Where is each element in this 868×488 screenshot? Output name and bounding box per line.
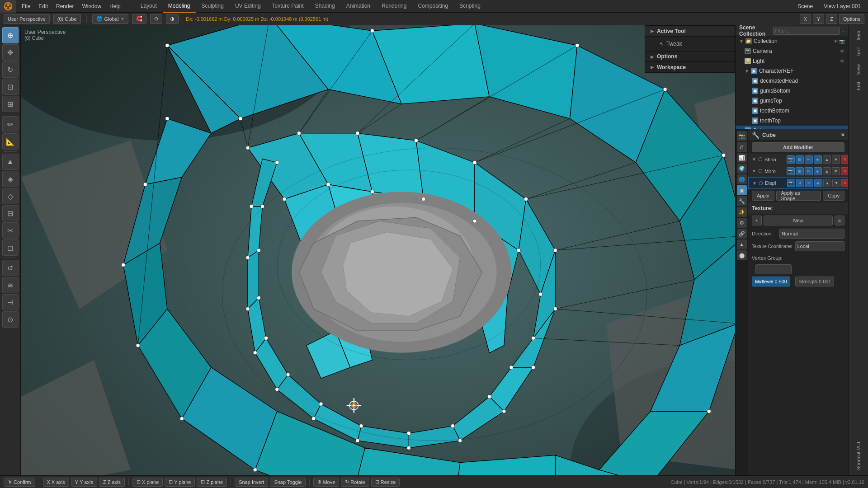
mod-camera-icon-2[interactable]: 📷 (787, 167, 795, 175)
mod-edit-icon-3[interactable]: ✏ (805, 179, 813, 187)
texture-new-btn[interactable]: New (764, 216, 833, 225)
n-panel-active-tool-tab[interactable]: ▶ Active Tool (645, 26, 735, 37)
texture-browse-btn[interactable]: + (752, 216, 762, 225)
tab-shading[interactable]: Shading (310, 0, 340, 13)
edge-slide-tool-btn[interactable]: ⊣ (2, 294, 19, 310)
outliner-item-teethtop[interactable]: ▣ teethTop (736, 116, 848, 126)
prop-material-icon[interactable]: ⬤ (737, 250, 747, 260)
prop-data-icon[interactable]: ▲ (737, 239, 747, 249)
view-layer-label[interactable]: View Layer.001 (820, 2, 864, 10)
mod-edit-icon-2[interactable]: ✏ (805, 167, 813, 175)
x-axis-btn[interactable]: X X axis (43, 478, 69, 487)
eye-icon[interactable]: 👁 (834, 39, 838, 44)
rotate-tool-btn[interactable]: ↻ (2, 61, 19, 78)
outliner-item-camera[interactable]: 📷 Camera 👁 (736, 46, 848, 56)
outliner-search-input[interactable] (773, 27, 840, 35)
mod-down-icon-2[interactable]: ▼ (832, 167, 840, 175)
annotate-tool-btn[interactable]: ✏ (2, 116, 19, 132)
mod-cage-icon[interactable]: ◈ (814, 155, 822, 164)
loop-cut-tool-btn[interactable]: ⊟ (2, 205, 19, 221)
mod-render-icon-2[interactable]: 🖥 (796, 167, 804, 175)
prop-output-icon[interactable]: 🖨 (737, 142, 747, 152)
tab-texture-paint[interactable]: Texture Paint (267, 0, 309, 13)
sidebar-tab-shortcut-vui[interactable]: Shortcut VUI (854, 438, 863, 474)
mod-collapse-icon-3[interactable]: ▼ (752, 181, 757, 186)
scene-label[interactable]: Scene (794, 2, 816, 10)
scale-tool-btn[interactable]: ⊡ (2, 79, 19, 95)
extrude-tool-btn[interactable]: ▲ (2, 154, 19, 170)
move-tool-btn[interactable]: ✥ (2, 44, 19, 61)
strength-field[interactable]: Strength 0.001 (795, 277, 834, 286)
viewport[interactable]: User Perspective (0) Cube Left (21, 25, 848, 475)
tab-modeling[interactable]: Modeling (163, 0, 196, 13)
tab-uv-editing[interactable]: UV Editing (230, 0, 266, 13)
tab-layout[interactable]: Layout (135, 0, 162, 13)
prop-object-icon[interactable]: ▣ (737, 185, 747, 195)
x-axis-btn[interactable]: X (800, 14, 811, 24)
prop-physics-icon[interactable]: ⚙ (737, 218, 747, 228)
resize-btn[interactable]: ⊡ Resize (371, 478, 400, 487)
mod-up-icon-2[interactable]: ▲ (823, 167, 831, 175)
vertex-group-input[interactable] (755, 264, 792, 274)
mod-cage-icon-3[interactable]: ◈ (814, 179, 822, 187)
mod-up-icon[interactable]: ▲ (823, 155, 831, 164)
spin-tool-btn[interactable]: ↺ (2, 260, 19, 276)
n-panel-workspace-tab[interactable]: ▶ Workspace (645, 62, 735, 73)
outliner-item-gumstop[interactable]: ▣ gumsTop (736, 96, 848, 106)
copy-btn[interactable]: Copy (823, 191, 844, 201)
shading-btn[interactable]: ◑ (166, 14, 179, 24)
mod-camera-icon[interactable]: 📷 (787, 155, 795, 164)
knife-tool-btn[interactable]: ✂ (2, 222, 19, 239)
sidebar-tab-view[interactable]: View (854, 61, 863, 79)
tab-scripting[interactable]: Scripting (454, 0, 486, 13)
measure-tool-btn[interactable]: 📐 (2, 133, 19, 150)
prop-modifier-icon[interactable]: 🔧 (737, 196, 747, 206)
mod-down-icon-3[interactable]: ▼ (832, 179, 840, 187)
mod-collapse-icon[interactable]: ▼ (752, 157, 756, 162)
outliner-item-teethbottom[interactable]: ▣ teethBottom (736, 106, 848, 116)
tweak-item[interactable]: ↖ Tweak (656, 38, 729, 49)
mod-cage-icon-2[interactable]: ◈ (814, 167, 822, 175)
mod-delete-icon-2[interactable]: ✕ (841, 167, 848, 175)
mod-render-icon-3[interactable]: 🖥 (796, 179, 804, 187)
direction-select[interactable]: Normal (779, 229, 844, 239)
mod-delete-icon-3[interactable]: ✕ (841, 179, 848, 187)
options-btn[interactable]: Options (839, 14, 864, 24)
mod-camera-icon-3[interactable]: 📷 (787, 179, 795, 187)
tab-sculpting[interactable]: Sculpting (196, 0, 229, 13)
outliner-item-decimatedhead[interactable]: ▣ decimatedHead (736, 76, 848, 86)
proportional-btn[interactable]: ⊙ (150, 14, 162, 24)
tab-animation[interactable]: Animation (341, 0, 376, 13)
mod-down-icon[interactable]: ▼ (832, 155, 840, 164)
rotate-btn[interactable]: ↻ Rotate (341, 478, 369, 487)
filter-icon[interactable]: ≡ (842, 28, 844, 33)
prop-view-icon[interactable]: 📊 (737, 153, 747, 163)
y-axis-btn[interactable]: Y (813, 14, 824, 24)
menu-help[interactable]: Help (106, 1, 124, 12)
tab-rendering[interactable]: Rendering (376, 0, 412, 13)
midlevel-field[interactable]: Midlevel 0.500 (752, 277, 790, 286)
outliner-item-gumsbottom[interactable]: ▣ gumsBottom (736, 86, 848, 96)
tex-coords-select[interactable]: Local (795, 241, 845, 251)
apply-btn[interactable]: Apply (752, 191, 774, 201)
z-axis-btn[interactable]: Z Z axis (99, 478, 125, 487)
snap-toggle-btn[interactable]: Snap Toggle (270, 478, 306, 487)
menu-edit[interactable]: Edit (35, 1, 52, 12)
tab-compositing[interactable]: Compositing (412, 0, 453, 13)
add-modifier-btn[interactable]: Add Modifier (752, 142, 844, 152)
sidebar-tab-edit[interactable]: Edit (854, 78, 863, 94)
y-axis-btn[interactable]: Y Y axis (71, 478, 97, 487)
bevel-tool-btn[interactable]: ◇ (2, 188, 19, 204)
confirm-btn[interactable]: 🖱 Confirm (4, 478, 35, 487)
poly-build-tool-btn[interactable]: ◻ (2, 239, 19, 256)
prop-scene-icon[interactable]: 🌍 (737, 164, 747, 174)
camera-eye-icon[interactable]: 👁 (840, 49, 844, 54)
light-eye-icon[interactable]: 👁 (840, 59, 844, 64)
mod-up-icon-3[interactable]: ▲ (823, 179, 831, 187)
mod-collapse-icon-2[interactable]: ▼ (752, 169, 756, 174)
outliner-item-characterref[interactable]: ▼ ▣ CharacterREF (736, 66, 848, 76)
shrink-tool-btn[interactable]: ⊙ (2, 311, 19, 328)
menu-render[interactable]: Render (52, 1, 77, 12)
prop-world-icon[interactable]: 🌐 (737, 174, 747, 184)
outliner-item-light[interactable]: 💡 Light 👁 (736, 56, 848, 66)
